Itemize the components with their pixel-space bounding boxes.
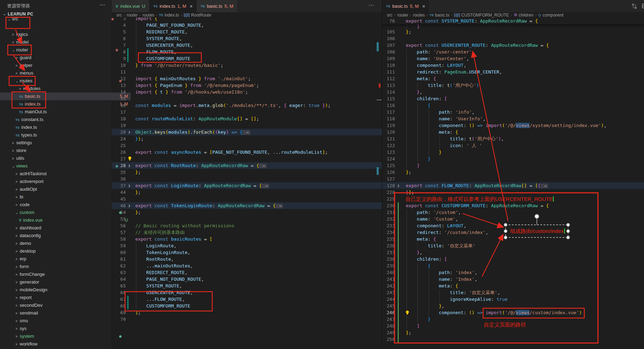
code-line[interactable]: 240 path: 'index', <box>382 269 644 276</box>
breadcrumb-item-routes[interactable]: ›routes <box>408 13 425 18</box>
fold-chevron-icon[interactable]: ❯ <box>128 202 130 209</box>
sidebar-item-menus[interactable]: >menus <box>0 69 127 77</box>
sidebar-item-formChange[interactable]: >formChange <box>0 271 127 278</box>
sidebar-item-demo[interactable]: >demo <box>0 240 127 247</box>
breadcrumb-item-src[interactable]: src <box>387 13 392 18</box>
code-line[interactable]: 14import { t } from '/@/hooks/web/useI18… <box>112 89 382 95</box>
code-line[interactable]: 20❯Object.keys(modules).forEach((key) =>… <box>112 129 382 135</box>
code-line[interactable]: 16const modules = import.meta.glob('./mo… <box>112 102 382 109</box>
sidebar-item-modules[interactable]: >modules <box>0 85 131 93</box>
code-line[interactable]: 26export const asyncRoutes = [PAGE_NOT_F… <box>112 149 382 156</box>
code-line[interactable]: 9 CUSTOMFORM_ROUTE <box>112 55 382 62</box>
code-line[interactable]: 25 <box>112 142 382 149</box>
sidebar-item-report[interactable]: >report <box>0 294 127 302</box>
code-line[interactable]: 24}); <box>112 135 382 142</box>
split-editor-icon[interactable] <box>631 3 637 11</box>
code-line[interactable]: 249}; <box>382 329 644 336</box>
breadcrumb-item-router[interactable]: ›router <box>122 13 138 18</box>
sidebar-item-basic.ts[interactable]: TSbasic.ts5, M <box>0 93 131 100</box>
code-line[interactable]: 109 name: 'UserCenter', <box>382 55 644 62</box>
sidebar-item-constant.ts[interactable]: TSconstant.ts <box>0 116 127 123</box>
sidebar-item-actHiTaskinst[interactable]: >actHiTaskinst <box>0 170 127 178</box>
sidebar-item-store[interactable]: >store <box>0 147 124 154</box>
sticky-scroll-line[interactable]: 76export const SYSTEM_ROUTE: AppRouteRec… <box>382 18 644 24</box>
sidebar-item-system[interactable]: >system <box>0 332 127 340</box>
code-line[interactable]: 12import { mainOutRoutes } from './mainO… <box>112 75 382 82</box>
code-line[interactable]: 35}; <box>112 169 382 176</box>
sidebar-item-code[interactable]: >code <box>0 201 127 209</box>
code-line[interactable]: 242 meta: { <box>382 283 644 289</box>
lightbulb-icon[interactable] <box>127 156 132 161</box>
code-line[interactable]: 105}; <box>382 28 644 35</box>
sidebar-item-guard[interactable]: >guard <box>0 54 127 62</box>
breadcrumb-item-index.ts[interactable]: ›TSindex.ts <box>154 13 179 18</box>
sidebar-item-index.vue[interactable]: Vindex.vueU <box>0 216 131 224</box>
code-line[interactable]: 11 <box>112 69 382 75</box>
sidebar-item-routes[interactable]: ⌄routes <box>0 77 127 85</box>
sidebar-item-model[interactable]: >model <box>0 38 124 46</box>
code-line[interactable]: 15 <box>112 95 382 102</box>
code-line[interactable]: 110 component: LAYOUT, <box>382 62 644 69</box>
code-line[interactable]: 235 meta: { <box>382 236 644 242</box>
code-line[interactable]: 27 <box>112 156 382 162</box>
code-line[interactable]: 70 <box>112 316 382 323</box>
code-line[interactable]: 125 ] <box>382 162 644 169</box>
sidebar-item-mainOut.ts[interactable]: TSmainOut.ts <box>0 108 131 116</box>
code-line[interactable]: 244 ignoreKeepAlive: true <box>382 296 644 303</box>
code-line[interactable]: 59 LoginRoute, <box>112 242 382 249</box>
editor-layout-icon[interactable] <box>642 3 644 10</box>
code-line[interactable]: 115 children: [ <box>382 95 644 102</box>
code-line[interactable]: 7 USERCENTER_ROUTE, <box>112 42 382 49</box>
code-line[interactable]: 238 children: [ <box>382 256 644 262</box>
code-line[interactable]: 113 title: t('用户中心') <box>382 82 644 89</box>
sidebar-item-settings[interactable]: >settings <box>0 139 124 147</box>
code-line[interactable]: 61 RootRoute, <box>112 256 382 262</box>
code-line[interactable]: 128❯export const FLOW_ROUTE: AppRouteRec… <box>382 182 644 189</box>
sidebar-item-router[interactable]: ⌄router <box>0 46 124 54</box>
code-line[interactable]: 127 <box>382 176 644 182</box>
code-line[interactable]: 55 <box>112 216 382 222</box>
code-line[interactable]: 57// 未经许可的基本路由 <box>112 229 382 236</box>
breadcrumb-item-routes[interactable]: ›routes <box>138 13 154 18</box>
breadcrumb-item-router[interactable]: ›router <box>392 13 408 18</box>
sidebar-item-bi[interactable]: >bi <box>0 193 127 201</box>
code-line[interactable]: 68 CUSTOMFORM_ROUTE <box>112 303 382 309</box>
sidebar-item-generator[interactable]: >generator <box>0 278 127 286</box>
sidebar-item-mobileDesign[interactable]: >mobileDesign <box>0 286 127 294</box>
code-line[interactable]: 111 redirect: PageEnum.USER_CENTER, <box>382 69 644 75</box>
editor-actions-icon[interactable]: ⋯ <box>369 2 374 8</box>
sidebar-item-index.ts[interactable]: TSindex.ts <box>0 123 127 131</box>
code-line[interactable]: 120 meta: { <box>382 129 644 135</box>
code-line[interactable]: 19 <box>112 122 382 129</box>
code-line[interactable]: 124 } <box>382 156 644 162</box>
sidebar-item-dashboard[interactable]: >dashboard <box>0 224 127 232</box>
code-line[interactable]: 54}; <box>112 209 382 216</box>
breadcrumb-item-component[interactable]: ›◇component <box>533 13 564 18</box>
sidebar-item-src[interactable]: ⌄src <box>0 15 119 23</box>
sidebar-item-logics[interactable]: >logics <box>0 31 124 38</box>
code-line[interactable]: 237 }, <box>382 249 644 256</box>
sidebar-item-erp[interactable]: >erp <box>0 255 127 263</box>
sidebar-item-index.ts[interactable]: TSindex.ts1, M <box>0 100 131 108</box>
code-line[interactable]: 234 redirect: '/custom/index', <box>382 229 644 236</box>
code-line[interactable]: 108 path: '/user-center', <box>382 49 644 55</box>
code-line[interactable]: 229 <box>382 196 644 202</box>
code-line[interactable]: 106 <box>382 35 644 42</box>
code-line[interactable]: 107export const USERCENTER_ROUTE: AppRou… <box>382 42 644 49</box>
code-line[interactable]: 246 component: () => import('/@/views/cu… <box>382 309 644 316</box>
code-line[interactable]: 5 REDIRECT_ROUTE, <box>112 28 382 35</box>
code-line[interactable]: 28❯export const RootRoute: AppRouteRecor… <box>112 162 382 169</box>
code-line[interactable]: 119 component: () => import('/@/views/sy… <box>382 122 644 129</box>
code-line[interactable]: 4 PAGE_NOT_FOUND_ROUTE, <box>112 22 382 28</box>
code-line[interactable]: 37❯export const LoginRoute: AppRouteReco… <box>112 182 382 189</box>
code-line[interactable]: 123 } <box>382 149 644 156</box>
code-line[interactable]: 116 { <box>382 102 644 109</box>
code-line[interactable]: 66 USERCENTER_ROUTE, <box>112 289 382 296</box>
close-icon[interactable]: × <box>422 4 425 9</box>
code-line[interactable]: 241 name: 'Index', <box>382 276 644 283</box>
code-line[interactable]: 46❯export const TokenLoginRoute: AppRout… <box>112 202 382 209</box>
sidebar-item-types.ts[interactable]: TStypes.ts <box>0 131 127 139</box>
code-line[interactable]: 3import { <box>112 18 382 22</box>
code-line[interactable]: 243 title: '自定义菜单', <box>382 289 644 296</box>
code-line[interactable]: 63 REDIRECT_ROUTE, <box>112 269 382 276</box>
